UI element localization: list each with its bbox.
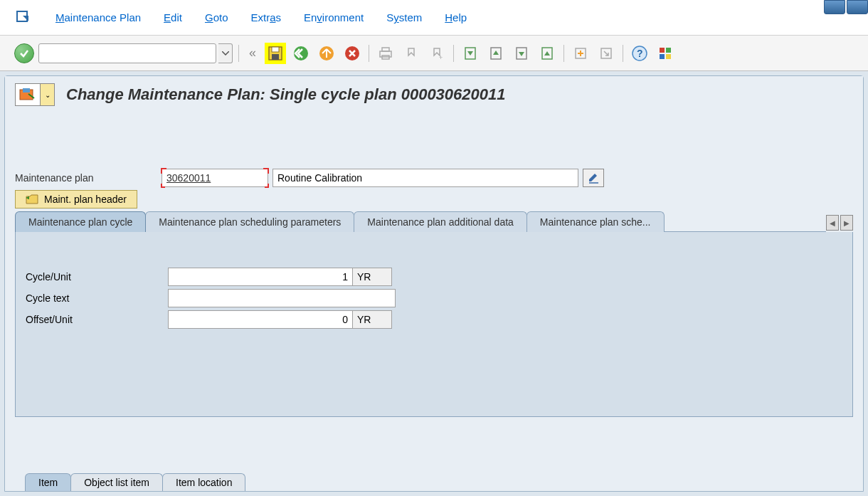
cycle-value-field[interactable] [168,268,353,286]
enter-button[interactable] [14,43,34,63]
last-page-button[interactable] [536,43,558,64]
menu-edit[interactable]: Edit [164,11,182,23]
svg-text:?: ? [637,48,643,59]
offset-value-field[interactable] [168,310,353,329]
svg-rect-22 [666,54,671,59]
svg-rect-24 [23,88,30,93]
find-button[interactable] [401,43,422,64]
offset-unit-field[interactable]: YR [352,310,392,329]
next-page-button[interactable] [511,43,532,64]
tab-item[interactable]: Item [25,473,71,491]
header-btn-label: Maint. plan header [44,194,127,205]
tab-object-list-item[interactable]: Object list item [70,473,163,491]
menu-extras[interactable]: Extras [250,11,281,23]
svg-rect-2 [272,47,279,52]
command-dropdown[interactable] [218,43,233,63]
back-button[interactable] [290,43,312,64]
maintenance-plan-field[interactable] [166,169,263,186]
menu-help[interactable]: Help [445,11,467,23]
app-icon-button[interactable]: ⌄ [15,83,55,106]
tab-scheduling-overview[interactable]: Maintenance plan sche... [526,211,665,232]
first-page-button[interactable] [460,43,481,64]
tab-scheduling-params[interactable]: Maintenance plan scheduling parameters [145,211,354,232]
tab-additional-data[interactable]: Maintenance plan additional data [354,211,527,232]
svg-rect-8 [382,48,389,51]
cycle-unit-label: Cycle/Unit [26,271,168,283]
prev-page-button[interactable] [485,43,507,64]
long-text-button[interactable] [583,169,604,187]
svg-rect-21 [660,54,665,59]
command-field[interactable] [38,43,216,63]
exit-button[interactable] [316,43,337,64]
svg-rect-20 [666,48,671,53]
cycle-text-label: Cycle text [26,292,168,304]
toolbar: « + ? [0,36,868,71]
tab-scroll-right[interactable]: ▶ [840,215,853,231]
menu-maintenance-plan[interactable]: Maintenance Plan [55,11,141,23]
svg-text:+: + [439,54,443,61]
item-tabs: Item Object list item Item location [25,473,245,491]
maintenance-plan-field-wrap [162,169,268,187]
tab-cycle[interactable]: Maintenance plan cycle [15,211,146,232]
cycle-text-field[interactable] [168,289,396,307]
menu-system[interactable]: System [386,11,422,23]
find-next-button[interactable]: + [426,43,448,64]
svg-rect-3 [272,54,279,60]
cycle-panel: Cycle/Unit YR Cycle text Offset/Unit YR [15,232,853,417]
menubar: Maintenance Plan Edit Goto Extras Enviro… [0,0,868,36]
maintenance-plan-label: Maintenance plan [15,172,157,184]
svg-rect-19 [660,48,665,53]
screen-title: Change Maintenance Plan: Single cycle pl… [66,85,506,104]
sap-logo-icon [14,10,33,26]
save-button[interactable] [265,43,286,64]
help-button[interactable]: ? [629,43,650,64]
offset-unit-label: Offset/Unit [26,314,168,325]
menu-goto[interactable]: Goto [205,11,228,23]
folder-icon [26,194,38,204]
maint-plan-header-button[interactable]: Maint. plan header [15,190,137,209]
app-icon-dropdown[interactable]: ⌄ [40,84,54,105]
tab-scroll-left[interactable]: ◀ [826,215,839,231]
window-minimize-button[interactable] [824,0,845,14]
window-maximize-button[interactable] [847,0,868,14]
tab-item-location[interactable]: Item location [162,473,245,491]
cycle-unit-field[interactable]: YR [352,268,392,286]
maintenance-plan-description-field[interactable] [272,169,578,187]
print-button[interactable] [375,43,396,64]
collapse-icon[interactable]: « [249,46,256,60]
cancel-button[interactable] [342,43,363,64]
menu-environment[interactable]: Environment [304,11,364,23]
new-session-button[interactable] [570,43,591,64]
main-tabs: Maintenance plan cycle Maintenance plan … [15,211,853,232]
layout-button[interactable] [655,43,676,64]
shortcut-button[interactable] [596,43,617,64]
